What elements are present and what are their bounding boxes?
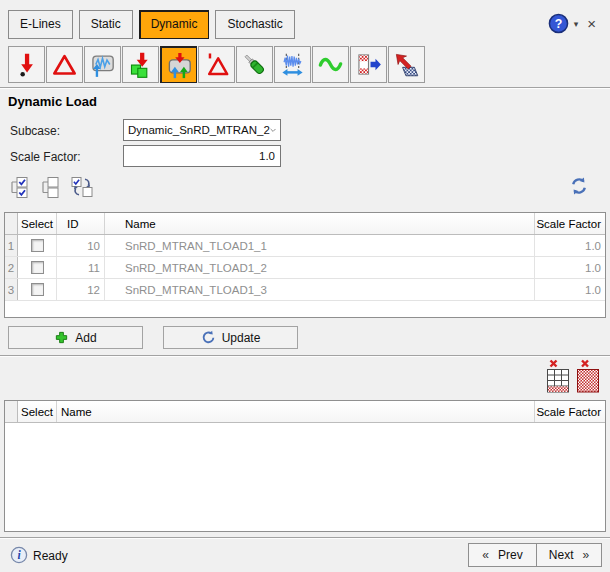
- row-select-cell[interactable]: [18, 279, 57, 300]
- scale-factor-input[interactable]: [123, 145, 281, 167]
- frequency-wave-button[interactable]: [274, 46, 311, 83]
- window-controls: ? ▾ ×: [548, 13, 600, 34]
- header-select: Select: [18, 401, 57, 422]
- load-blocks-button[interactable]: [122, 46, 159, 83]
- next-button-label: Next: [549, 548, 574, 562]
- sine-wave-button[interactable]: [312, 46, 349, 83]
- delta-prime-button[interactable]: [198, 46, 235, 83]
- header-id: ID: [57, 213, 105, 234]
- info-icon: i: [10, 546, 28, 567]
- header-scale-factor: Scale Factor: [535, 213, 605, 234]
- next-button[interactable]: Next »: [536, 543, 602, 567]
- delete-all-rows-button[interactable]: [576, 359, 600, 396]
- load-transfer-button[interactable]: [160, 46, 197, 83]
- header-rownum: [5, 213, 18, 234]
- table-tools: [546, 359, 600, 396]
- row-id: 12: [57, 279, 105, 300]
- row-checkbox[interactable]: [31, 283, 44, 296]
- close-button[interactable]: ×: [583, 13, 600, 34]
- row-scale-factor: 1.0: [535, 257, 605, 278]
- refresh-button[interactable]: [569, 176, 589, 199]
- refresh-icon: [569, 176, 589, 196]
- row-id: 11: [57, 257, 105, 278]
- section-title: Dynamic Load: [8, 94, 97, 109]
- response-graph-button[interactable]: [84, 46, 121, 83]
- subcase-selected-value: Dynamic_SnRD_MTRAN_2: [128, 124, 270, 136]
- header-name: Name: [105, 213, 535, 234]
- row-scale-factor: 1.0: [535, 279, 605, 300]
- table-export-icon: [355, 51, 382, 78]
- point-load-button[interactable]: [8, 46, 45, 83]
- row-checkbox[interactable]: [31, 261, 44, 274]
- row-select-cell[interactable]: [18, 257, 57, 278]
- help-dropdown-caret[interactable]: ▾: [572, 19, 581, 29]
- selected-table-header: Select Name Scale Factor: [5, 401, 605, 423]
- delete-rows-icon: [546, 359, 570, 393]
- uncheck-all-icon: [39, 175, 63, 199]
- help-button[interactable]: ?: [548, 13, 569, 34]
- tab-e-lines[interactable]: E-Lines: [8, 10, 73, 39]
- table-row: 312SnRD_MTRAN_TLOAD1_31.0: [5, 279, 605, 301]
- header-name: Name: [57, 401, 535, 422]
- point-load-icon: [13, 51, 40, 78]
- header-rownum: [5, 401, 18, 422]
- separator: [0, 537, 610, 539]
- tab-bar: E-LinesStaticDynamicStochastic: [8, 10, 295, 39]
- row-checkbox[interactable]: [31, 239, 44, 252]
- row-select-cell[interactable]: [18, 235, 57, 256]
- load-table-header: Select ID Name Scale Factor: [5, 213, 605, 235]
- subcase-select[interactable]: Dynamic_SnRD_MTRAN_2: [123, 119, 281, 141]
- table-export-button[interactable]: [350, 46, 387, 83]
- response-graph-icon: [89, 51, 116, 78]
- row-name: SnRD_MTRAN_TLOAD1_1: [105, 235, 535, 256]
- row-name: SnRD_MTRAN_TLOAD1_2: [105, 257, 535, 278]
- tab-static[interactable]: Static: [79, 10, 133, 39]
- table-row: 110SnRD_MTRAN_TLOAD1_11.0: [5, 235, 605, 257]
- selected-table: Select Name Scale Factor: [4, 400, 606, 532]
- load-table: Select ID Name Scale Factor 110SnRD_MTRA…: [4, 212, 606, 318]
- load-blocks-icon: [127, 51, 154, 78]
- invert-selection-icon: [70, 175, 94, 199]
- update-refresh-icon: [201, 330, 216, 345]
- row-id: 10: [57, 235, 105, 256]
- sine-wave-icon: [317, 51, 344, 78]
- load-transfer-icon: [166, 52, 193, 79]
- add-button[interactable]: Add: [8, 326, 143, 349]
- screwdriver-icon: [241, 51, 268, 78]
- delta-button[interactable]: [46, 46, 83, 83]
- tab-stochastic[interactable]: Stochastic: [215, 10, 294, 39]
- update-button[interactable]: Update: [163, 326, 298, 349]
- separator: [0, 355, 610, 357]
- mesh-arrow-button[interactable]: [388, 46, 425, 83]
- separator: [0, 87, 610, 89]
- mesh-arrow-icon: [393, 51, 420, 78]
- update-button-label: Update: [222, 331, 261, 345]
- table-row: 211SnRD_MTRAN_TLOAD1_21.0: [5, 257, 605, 279]
- prev-button-label: Prev: [498, 548, 523, 562]
- invert-selection-button[interactable]: [70, 175, 94, 202]
- tab-dynamic[interactable]: Dynamic: [139, 10, 210, 39]
- chevron-down-icon: [270, 127, 276, 134]
- help-icon: ?: [548, 13, 569, 34]
- check-all-button[interactable]: [8, 175, 32, 202]
- row-scale-factor: 1.0: [535, 235, 605, 256]
- uncheck-all-button[interactable]: [39, 175, 63, 202]
- frequency-wave-icon: [279, 51, 306, 78]
- delta-icon: [51, 51, 78, 78]
- delta-prime-icon: [203, 51, 230, 78]
- toolbar: [8, 46, 425, 83]
- add-button-label: Add: [75, 331, 96, 345]
- screwdriver-button[interactable]: [236, 46, 273, 83]
- row-number: 3: [5, 279, 18, 300]
- next-arrows: »: [583, 548, 590, 562]
- status-text: Ready: [33, 549, 68, 563]
- svg-text:?: ?: [554, 17, 562, 31]
- load-table-body: 110SnRD_MTRAN_TLOAD1_11.0211SnRD_MTRAN_T…: [5, 235, 605, 301]
- plus-icon: [54, 330, 69, 345]
- prev-button[interactable]: « Prev: [468, 543, 537, 567]
- header-select: Select: [18, 213, 57, 234]
- check-all-icon: [8, 175, 32, 199]
- selection-tools: [8, 175, 94, 202]
- row-name: SnRD_MTRAN_TLOAD1_3: [105, 279, 535, 300]
- delete-selected-rows-button[interactable]: [546, 359, 570, 396]
